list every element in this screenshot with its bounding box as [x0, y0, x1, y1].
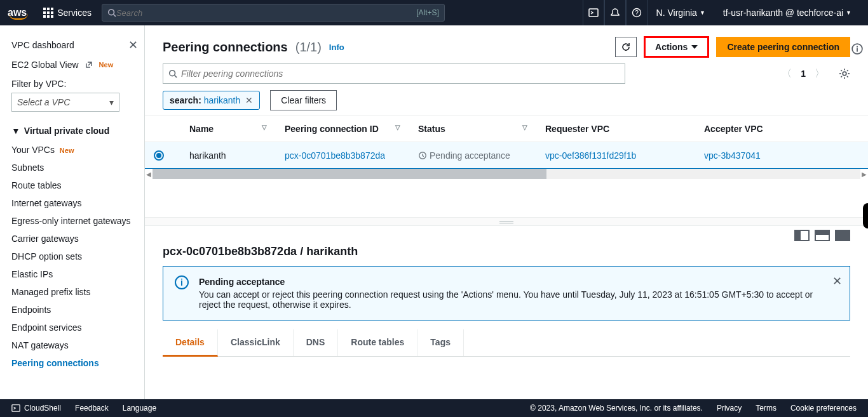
col-req[interactable]: Requester VPC	[536, 116, 695, 142]
footer-cookies[interactable]: Cookie preferences	[790, 404, 857, 413]
region-selector[interactable]: N. Virginia ▼	[648, 0, 714, 25]
nav-carrier-gateways[interactable]: Carrier gateways	[11, 230, 144, 248]
page-number: 1	[801, 69, 806, 79]
help-icon[interactable]: ?	[626, 0, 648, 25]
search-shortcut: [Alt+S]	[416, 8, 439, 17]
col-acc[interactable]: Accepter VPC	[695, 116, 868, 142]
clear-filters-button[interactable]: Clear filters	[270, 90, 337, 110]
nav-managed-prefix-lists[interactable]: Managed prefix lists	[11, 283, 144, 301]
messenger-tab[interactable]	[863, 203, 868, 228]
info-link[interactable]: Info	[329, 43, 344, 52]
nav-endpoint-services[interactable]: Endpoint services	[11, 319, 144, 336]
services-menu[interactable]: Services	[36, 0, 99, 25]
layout-full-icon[interactable]	[835, 230, 850, 241]
col-pcx-label: Peering connection ID	[285, 124, 379, 134]
close-icon[interactable]: ✕	[832, 274, 842, 288]
footer-terms[interactable]: Terms	[756, 404, 776, 413]
nav-your-vpcs[interactable]: Your VPCs New	[11, 141, 144, 159]
sidebar-global-view[interactable]: EC2 Global View New	[11, 56, 144, 74]
nav-internet-gateways[interactable]: Internet gateways	[11, 194, 144, 212]
scroll-thumb[interactable]	[153, 169, 546, 179]
horizontal-scrollbar[interactable]: ◀ ▶	[153, 169, 860, 179]
tab-details[interactable]: Details	[163, 329, 218, 357]
actions-button[interactable]: Actions	[644, 37, 709, 57]
nav-nat-gateways[interactable]: NAT gateways	[11, 336, 144, 354]
row-radio[interactable]	[154, 150, 164, 161]
footer-feedback[interactable]: Feedback	[75, 404, 109, 413]
scroll-right-icon[interactable]: ▶	[860, 169, 868, 179]
account-label: tf-usr-harikanth @ techforce-ai	[723, 8, 843, 18]
nav-dhcp-option-sets[interactable]: DHCP option sets	[11, 248, 144, 265]
svg-point-10	[857, 46, 858, 48]
chevron-down-icon: ▾	[109, 97, 114, 107]
table-row[interactable]: harikanth pcx-0c0701be8b3b872da Pending …	[145, 142, 868, 169]
external-link-icon	[85, 61, 93, 69]
create-peering-button[interactable]: Create peering connection	[716, 37, 850, 57]
prev-page[interactable]: 〈	[782, 67, 792, 81]
notifications-icon[interactable]	[604, 0, 626, 25]
col-req-label: Requester VPC	[545, 124, 609, 134]
cell-name: harikanth	[180, 142, 276, 169]
settings-gear[interactable]	[839, 68, 850, 79]
cell-req[interactable]: vpc-0ef386f131fd29f1b	[536, 142, 695, 169]
cell-pcx[interactable]: pcx-0c0701be8b3b872da	[276, 142, 409, 169]
nav-elastic-ips[interactable]: Elastic IPs	[11, 265, 144, 283]
chip-value: harikanth	[204, 95, 241, 105]
sidebar-dashboard[interactable]: VPC dashboard ✕	[11, 34, 144, 56]
pagination: 〈 1 〉	[782, 67, 825, 81]
sidebar-section-label: Virtual private cloud	[24, 126, 109, 136]
pending-notice: i ✕ Pending acceptance You can accept or…	[163, 266, 850, 321]
svg-point-0	[109, 10, 114, 15]
notice-body: You can accept or reject this peering co…	[199, 289, 822, 310]
tab-route-tables[interactable]: Route tables	[338, 329, 417, 356]
footer-cloudshell[interactable]: CloudShell	[11, 404, 61, 413]
refresh-button[interactable]	[615, 37, 637, 57]
help-panel-toggle[interactable]	[846, 37, 868, 61]
cell-acc[interactable]: vpc-3b437041	[695, 142, 868, 169]
scroll-left-icon[interactable]: ◀	[145, 169, 153, 179]
pane-splitter[interactable]: ◀	[145, 217, 868, 226]
sidebar-section-vpc[interactable]: ▼ Virtual private cloud	[11, 126, 144, 141]
next-page[interactable]: 〉	[815, 67, 825, 81]
aws-logo[interactable]: aws	[8, 7, 36, 18]
cloudshell-icon[interactable]	[583, 0, 604, 25]
global-search[interactable]: [Alt+S]	[102, 4, 445, 22]
notice-title: Pending acceptance	[199, 277, 822, 287]
nav-peering-connections[interactable]: Peering connections	[11, 354, 144, 372]
sort-icon: ▽	[395, 124, 400, 131]
footer-language[interactable]: Language	[123, 404, 156, 413]
col-status[interactable]: Status▽	[409, 116, 536, 142]
tab-classiclink[interactable]: ClassicLink	[218, 329, 294, 356]
nav-egress-only-gateways[interactable]: Egress-only internet gateways	[11, 212, 144, 230]
tab-tags[interactable]: Tags	[417, 329, 464, 356]
sort-icon: ▽	[522, 124, 527, 131]
search-icon	[168, 69, 177, 78]
detail-tabs: Details ClassicLink DNS Route tables Tag…	[163, 329, 850, 357]
nav-route-tables[interactable]: Route tables	[11, 176, 144, 194]
layout-side-icon[interactable]	[794, 230, 810, 241]
tab-dns[interactable]: DNS	[294, 329, 339, 356]
footer: CloudShell Feedback Language © 2023, Ama…	[0, 399, 868, 417]
svg-point-5	[170, 70, 175, 76]
layout-bottom-icon[interactable]	[815, 230, 830, 241]
col-name[interactable]: Name▽	[180, 116, 276, 142]
sidebar: VPC dashboard ✕ EC2 Global View New Filt…	[0, 25, 145, 399]
filter-input-wrap[interactable]	[163, 63, 625, 84]
vpc-select[interactable]: Select a VPC ▾	[11, 93, 119, 112]
account-menu[interactable]: tf-usr-harikanth @ techforce-ai ▼	[714, 0, 860, 25]
peering-table: Name▽ Peering connection ID▽ Status▽ Req…	[145, 116, 868, 179]
col-name-label: Name	[189, 124, 214, 134]
cell-status-text: Pending acceptance	[430, 150, 510, 161]
footer-privacy[interactable]: Privacy	[717, 404, 742, 413]
detail-pane: pcx-0c0701be8b3b872da / harikanth i ✕ Pe…	[145, 226, 868, 399]
gear-icon	[839, 68, 850, 79]
search-input[interactable]	[116, 8, 416, 18]
filter-input[interactable]	[181, 69, 620, 79]
close-icon[interactable]: ✕	[128, 38, 138, 52]
filter-chip[interactable]: search: harikanth ✕	[163, 91, 260, 110]
nav-subnets[interactable]: Subnets	[11, 159, 144, 176]
remove-chip-icon[interactable]: ✕	[245, 95, 253, 105]
layout-toggles	[145, 226, 868, 241]
nav-endpoints[interactable]: Endpoints	[11, 301, 144, 319]
col-pcx[interactable]: Peering connection ID▽	[276, 116, 409, 142]
